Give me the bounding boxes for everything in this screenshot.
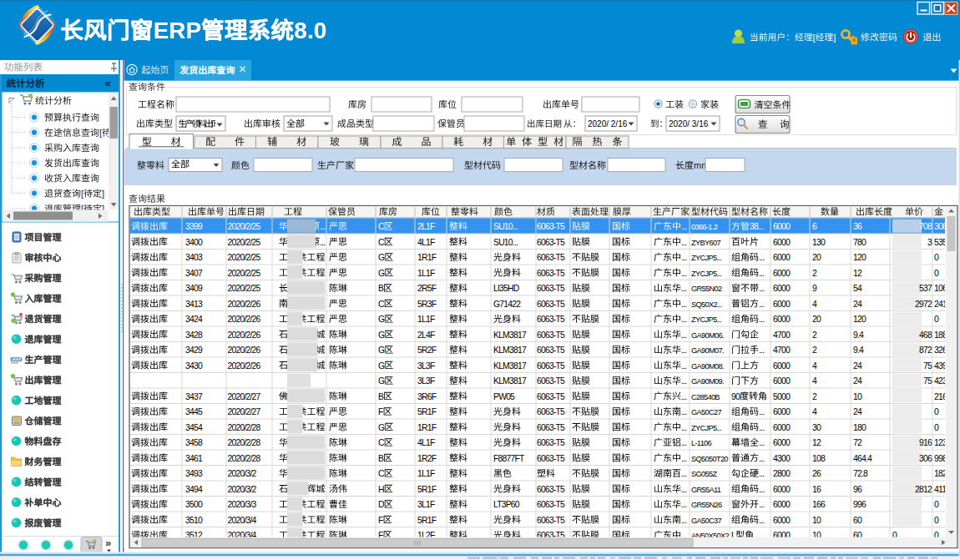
svg-text:6063-T5: 6063-T5 bbox=[537, 500, 565, 509]
svg-text:36: 36 bbox=[853, 222, 862, 231]
svg-text:...: ... bbox=[759, 485, 764, 494]
svg-text:6063-T5: 6063-T5 bbox=[537, 361, 565, 371]
svg-text:...: ... bbox=[320, 238, 325, 247]
svg-text:6000: 6000 bbox=[773, 315, 791, 324]
svg-text:780: 780 bbox=[853, 238, 867, 247]
svg-text:...: ... bbox=[681, 392, 686, 401]
svg-text:1L1F: 1L1F bbox=[417, 469, 435, 478]
svg-text:5R2F: 5R2F bbox=[417, 346, 437, 355]
svg-text:SU10...: SU10... bbox=[493, 222, 518, 231]
svg-text:6063-T5: 6063-T5 bbox=[537, 300, 565, 309]
svg-text:...: ... bbox=[681, 300, 686, 309]
svg-text:75: 75 bbox=[923, 361, 932, 371]
svg-text:...: ... bbox=[681, 407, 686, 416]
svg-text:1L1F: 1L1F bbox=[417, 269, 435, 278]
svg-text:«: « bbox=[105, 77, 111, 89]
svg-text:3413: 3413 bbox=[185, 300, 203, 309]
svg-text:6000: 6000 bbox=[773, 438, 791, 447]
svg-text:GR55A11: GR55A11 bbox=[691, 486, 721, 494]
svg-text:10: 10 bbox=[853, 392, 862, 401]
svg-text:KLM3817: KLM3817 bbox=[493, 330, 527, 340]
svg-text:...: ... bbox=[681, 438, 686, 447]
svg-text:2020/3/3: 2020/3/3 bbox=[228, 500, 257, 509]
svg-text:6063-T5: 6063-T5 bbox=[537, 284, 565, 293]
svg-text:6000: 6000 bbox=[773, 500, 791, 509]
svg-text:GA50C37: GA50C37 bbox=[691, 517, 721, 525]
svg-text:3510: 3510 bbox=[185, 516, 203, 525]
svg-text:3454: 3454 bbox=[185, 423, 203, 432]
svg-text:180: 180 bbox=[853, 423, 867, 432]
svg-text:2020/2/28: 2020/2/28 bbox=[228, 454, 261, 463]
svg-text:54: 54 bbox=[853, 284, 862, 293]
svg-text:...: ... bbox=[759, 516, 764, 525]
svg-text:1R1F: 1R1F bbox=[417, 423, 437, 432]
svg-text:5000: 5000 bbox=[773, 392, 791, 401]
svg-text:2020/2/27: 2020/2/27 bbox=[228, 407, 261, 416]
svg-text:4700: 4700 bbox=[773, 330, 791, 340]
svg-text:1R2F: 1R2F bbox=[417, 454, 437, 463]
svg-text:4L1F: 4L1F bbox=[417, 238, 435, 247]
svg-text:...: ... bbox=[681, 238, 686, 247]
svg-text:26: 26 bbox=[812, 469, 821, 478]
svg-text:2020/2/26: 2020/2/26 bbox=[228, 300, 261, 309]
svg-text:3437: 3437 bbox=[185, 392, 203, 401]
svg-text:D: D bbox=[378, 500, 384, 509]
svg-text:3458: 3458 bbox=[185, 438, 203, 447]
svg-text:ZYCJP5...: ZYCJP5... bbox=[691, 254, 721, 262]
svg-text:ZYCJP5...: ZYCJP5... bbox=[691, 424, 721, 432]
svg-text:72.8: 72.8 bbox=[853, 469, 868, 478]
svg-text:130: 130 bbox=[812, 238, 826, 247]
svg-text:»: » bbox=[105, 537, 111, 549]
svg-text:2972: 2972 bbox=[915, 300, 932, 309]
svg-text:6000: 6000 bbox=[773, 516, 791, 525]
svg-text:C28540B: C28540B bbox=[691, 393, 720, 401]
svg-text:...: ... bbox=[681, 346, 686, 355]
svg-text:H: H bbox=[378, 485, 384, 494]
svg-text:120: 120 bbox=[853, 315, 867, 324]
svg-text:G71422: G71422 bbox=[493, 300, 521, 309]
svg-text:[: [ bbox=[813, 33, 816, 43]
svg-text:...: ... bbox=[759, 284, 764, 293]
svg-text:F: F bbox=[378, 516, 383, 525]
svg-text:...: ... bbox=[759, 407, 764, 416]
svg-text:3407: 3407 bbox=[185, 269, 203, 278]
svg-text:2020/2/26: 2020/2/26 bbox=[228, 346, 261, 355]
svg-text:G: G bbox=[378, 361, 385, 371]
svg-text:20: 20 bbox=[812, 315, 821, 324]
svg-text:...: ... bbox=[759, 269, 764, 278]
svg-text:6000: 6000 bbox=[773, 300, 791, 309]
svg-text:108: 108 bbox=[812, 454, 826, 463]
svg-text:ZYBY607: ZYBY607 bbox=[691, 239, 720, 247]
svg-text:2020/2/25: 2020/2/25 bbox=[228, 269, 261, 278]
svg-text:6000: 6000 bbox=[773, 376, 791, 386]
svg-text:6000: 6000 bbox=[773, 485, 791, 494]
svg-text:872: 872 bbox=[919, 346, 932, 355]
svg-text:6000: 6000 bbox=[773, 407, 791, 416]
svg-text:916: 916 bbox=[919, 438, 932, 447]
svg-text:...: ... bbox=[759, 469, 764, 478]
svg-text:SG055Z: SG055Z bbox=[691, 470, 717, 478]
svg-text:6063-T5: 6063-T5 bbox=[537, 376, 565, 386]
svg-text:6063-T5: 6063-T5 bbox=[537, 222, 565, 231]
svg-text:SU10...: SU10... bbox=[493, 238, 518, 247]
svg-text:6063-T5: 6063-T5 bbox=[537, 407, 565, 416]
svg-text:24: 24 bbox=[853, 300, 862, 309]
svg-text:...: ... bbox=[681, 253, 686, 262]
svg-text:5R1F: 5R1F bbox=[417, 407, 437, 416]
svg-text:5R1F: 5R1F bbox=[417, 485, 437, 494]
svg-text:6063-T5: 6063-T5 bbox=[537, 516, 565, 525]
svg-text:...: ... bbox=[681, 361, 686, 371]
svg-text:6000: 6000 bbox=[773, 222, 791, 231]
svg-text:6063-T5: 6063-T5 bbox=[537, 438, 565, 447]
svg-text:[: [ bbox=[99, 128, 102, 138]
svg-text:...: ... bbox=[759, 438, 764, 447]
svg-text:30: 30 bbox=[812, 423, 821, 432]
svg-text:6063-T5: 6063-T5 bbox=[537, 346, 565, 355]
svg-text:GA90M06.: GA90M06. bbox=[691, 331, 724, 340]
svg-text:...: ... bbox=[759, 500, 764, 509]
svg-text:4700: 4700 bbox=[773, 346, 791, 355]
svg-text:G: G bbox=[378, 253, 385, 262]
svg-text:F8877FT: F8877FT bbox=[493, 454, 525, 463]
svg-text:72: 72 bbox=[853, 438, 862, 447]
svg-text:ZYCJP5...: ZYCJP5... bbox=[691, 315, 721, 324]
